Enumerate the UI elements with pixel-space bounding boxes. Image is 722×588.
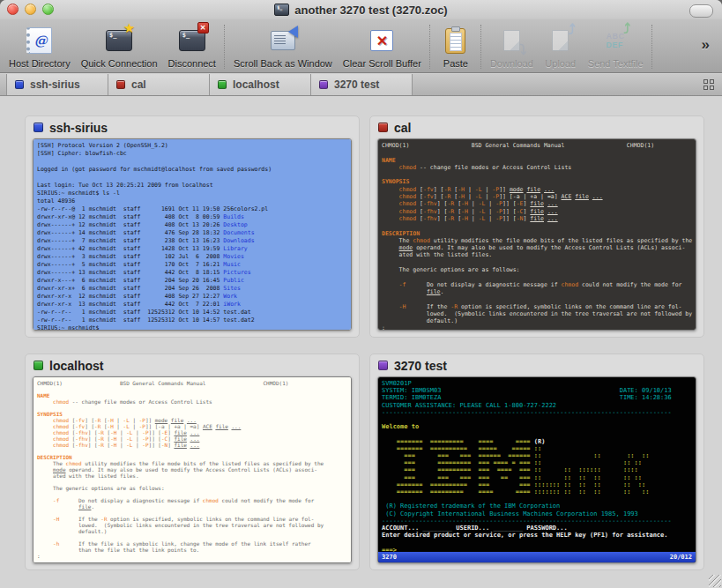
terminal-cal[interactable]: CHMOD(1) BSD General Commands Manual CHM… [378,139,696,330]
traffic-lights [7,4,54,15]
pane-title: cal [394,121,411,135]
pane-cal: cal CHMOD(1) BSD General Commands Manual… [369,115,704,338]
pane-title: 3270 test [394,359,447,373]
toolbar-overflow-chevron[interactable]: » [695,36,717,54]
toolbar: Host Directory ★ Quick Connection ✕ Disc… [0,19,722,72]
titlebar: another 3270 test (3270.zoc) [0,0,722,19]
pane-header: 3270 test [370,354,703,376]
window-resize-grip[interactable] [709,575,721,587]
tile-view-grid-icon[interactable] [703,79,714,90]
session-color-icon [15,80,24,89]
paste-clipboard-icon [439,25,473,56]
session-color-icon [378,361,388,370]
session-color-icon [116,80,125,89]
terminal-frame: SVM0201PSYSTEM: IBM0SM03 DATE: 09/10/13T… [377,376,696,563]
session-color-icon [319,80,328,89]
pane-localhost: localhost CHMOD(1) BSD General Commands … [25,354,360,570]
pane-header: cal [370,116,703,138]
clear-scroll-buffer-button[interactable]: Clear Scroll Buffer [338,25,427,69]
terminal-frame: CHMOD(1) BSD General Commands Manual CHM… [33,376,352,563]
pane-title: localhost [49,359,103,373]
close-x-icon: ✕ [197,22,209,33]
host-directory-button[interactable]: Host Directory [4,25,76,69]
send-textfile-button[interactable]: ABCDEF ⤴ Send Textfile [583,25,649,69]
window-title: another 3270 test (3270.zoc) [274,4,447,17]
disconnect-icon: ✕ [175,25,209,56]
pane-header: ssh-sirius [26,116,359,138]
back-triangle-icon [288,26,298,38]
zoom-button[interactable] [42,4,54,15]
session-color-icon [378,123,388,132]
session-color-icon [33,123,43,132]
tab-3270-test[interactable]: 3270 test [311,74,413,95]
quick-connection-button[interactable]: ★ Quick Connection [76,25,163,69]
terminal-status-bar: 3270 20/012 [378,552,696,562]
pane-3270-test: 3270 test SVM0201PSYSTEM: IBM0SM03 DATE:… [369,354,704,570]
pane-ssh-sirius: ssh-sirius [SSH] Protocol Version 2 (Ope… [25,115,360,338]
status-session-label: 3270 [382,554,397,561]
window-chrome: another 3270 test (3270.zoc) Host Direct… [0,0,722,73]
tab-localhost[interactable]: localhost [210,74,311,95]
star-icon: ★ [123,23,135,33]
download-button[interactable]: ⤵ Download [485,25,539,69]
app-window: another 3270 test (3270.zoc) Host Direct… [0,0,722,588]
host-directory-icon [23,25,56,56]
terminal-ssh-sirius[interactable]: [SSH] Protocol Version 2 (OpenSSH_5.2)[S… [33,139,351,330]
terminal-frame: CHMOD(1) BSD General Commands Manual CHM… [377,138,696,331]
terminal-localhost[interactable]: CHMOD(1) BSD General Commands Manual CHM… [33,377,351,562]
terminal-3270-screen: SVM0201PSYSTEM: IBM0SM03 DATE: 09/10/13T… [378,377,696,552]
toolbar-separator [480,25,482,69]
send-arrow-icon: ⤴ [623,20,630,37]
quick-connection-icon: ★ [102,25,136,56]
paste-button[interactable]: Paste [434,25,478,69]
send-textfile-icon: ABCDEF ⤴ [599,25,632,56]
pane-title: ssh-sirius [49,121,108,135]
tab-ssh-sirius[interactable]: ssh-sirius [6,74,108,95]
pane-header: localhost [26,354,359,376]
download-icon: ⤵ [495,25,528,56]
window-title-text: another 3270 test (3270.zoc) [294,4,447,17]
toolbar-separator [224,25,226,69]
close-button[interactable] [7,4,19,15]
toolbar-toggle-pill[interactable] [689,4,713,18]
scroll-back-as-window-button[interactable]: Scroll Back as Window [228,25,338,69]
session-color-icon [218,80,227,89]
clear-scroll-buffer-icon [365,25,398,56]
upload-button[interactable]: ⤴ Upload [539,25,583,69]
scroll-back-icon [266,25,300,56]
toolbar-separator [651,25,653,69]
terminal-window-icon [274,4,289,16]
up-arrow-icon: ⤴ [569,21,576,38]
terminal-frame: [SSH] Protocol Version 2 (OpenSSH_5.2)[S… [33,138,352,331]
disconnect-button[interactable]: ✕ Disconnect [163,25,221,69]
upload-icon: ⤴ [544,25,577,56]
toolbar-separator [429,25,431,69]
minimize-button[interactable] [25,4,36,15]
status-cursor-position: 20/012 [670,554,692,561]
terminal-3270[interactable]: SVM0201PSYSTEM: IBM0SM03 DATE: 09/10/13T… [378,377,696,562]
session-color-icon [33,361,43,370]
tab-bar: ssh-sirius cal localhost 3270 test [0,74,722,96]
down-arrow-icon: ⤵ [519,41,526,58]
tab-cal[interactable]: cal [108,74,210,95]
